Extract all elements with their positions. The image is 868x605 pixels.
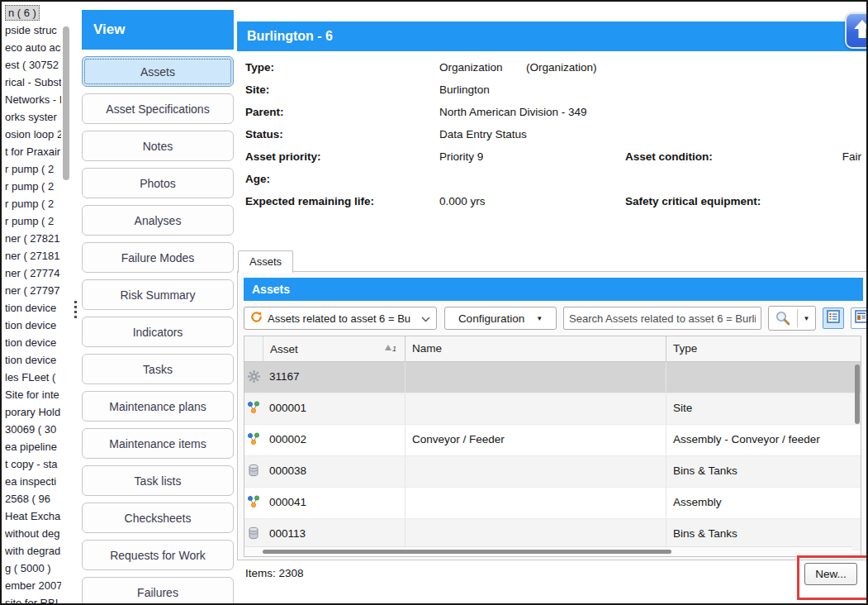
column-header-asset[interactable]: Asset 1	[263, 336, 405, 361]
tree-item[interactable]: porary Hold	[5, 403, 61, 421]
tree-item[interactable]: g ( 5000 )	[5, 560, 61, 577]
cell-type: Bins & Tanks	[666, 456, 854, 487]
sidebar-item-maintenance-plans[interactable]: Maintenance plans	[82, 391, 234, 422]
asset-tree-panel: n ( 6 ) pside struc eco auto ack est ( 3…	[5, 4, 61, 604]
tree-item[interactable]: tion device	[5, 334, 61, 351]
tree-item[interactable]: tion device	[5, 317, 61, 334]
view-sidebar: View Assets Asset Specifications Notes P…	[82, 10, 234, 605]
new-button[interactable]: New...	[804, 563, 857, 585]
go-up-button[interactable]	[845, 12, 868, 49]
tree-item[interactable]: Site for inte	[5, 386, 61, 403]
chevron-down-icon	[421, 312, 430, 325]
sidebar-item-task-lists[interactable]: Task lists	[82, 465, 234, 496]
tree-item[interactable]: r pump ( 2	[5, 160, 61, 178]
search-button[interactable]: ▼	[768, 306, 816, 331]
asset-details: Type: Organization (Organization) Site: …	[245, 56, 866, 212]
column-header-type[interactable]: Type	[666, 336, 854, 361]
tree-item[interactable]: ea pipeline	[5, 438, 61, 455]
grid-vertical-scrollbar[interactable]	[855, 364, 860, 424]
list-view-button[interactable]	[823, 307, 844, 329]
scrollbar-thumb[interactable]	[263, 550, 671, 554]
relation-dropdown[interactable]: Assets related to asset 6 = Bu	[244, 307, 437, 330]
tree-item-selected[interactable]: n ( 6 )	[5, 4, 61, 21]
tree-item[interactable]: tion device	[5, 299, 61, 317]
status-value: Data Entry Status	[439, 123, 527, 145]
table-row[interactable]: 000041 Assembly	[244, 488, 861, 519]
tree-item[interactable]: Networks - I	[5, 91, 61, 108]
sidebar-item-indicators[interactable]: Indicators	[82, 317, 234, 347]
grid-horizontal-scrollbar[interactable]	[244, 546, 852, 556]
sidebar-item-notes[interactable]: Notes	[82, 131, 234, 161]
tree-item[interactable]: r pump ( 2	[5, 212, 61, 230]
asset-priority-value: Priority 9	[439, 145, 483, 168]
grid-header: Asset 1 Name Type	[244, 336, 861, 362]
status-label: Status:	[245, 123, 283, 145]
cell-type: Site	[666, 393, 854, 424]
parent-label: Parent:	[245, 101, 284, 123]
tree-item[interactable]: 30069 ( 30	[5, 421, 61, 438]
tree-item[interactable]: ner ( 27774	[5, 264, 61, 282]
tree-item[interactable]: osion loop 2	[5, 126, 61, 143]
panel-splitter-grip[interactable]	[74, 301, 77, 321]
tree-item[interactable]: r pump ( 2	[5, 178, 61, 195]
tree-item[interactable]: ner ( 27797	[5, 282, 61, 299]
card-view-button[interactable]	[851, 307, 868, 329]
search-icon	[769, 310, 797, 326]
tree-item[interactable]: ner ( 27181	[5, 247, 61, 264]
list-view-icon	[827, 310, 840, 326]
tree-item[interactable]: pside struc	[5, 21, 61, 39]
tree-item[interactable]: orks syster	[5, 108, 61, 126]
tree-item[interactable]: tion device	[5, 351, 61, 369]
sidebar-item-failure-modes[interactable]: Failure Modes	[82, 242, 234, 273]
configuration-label: Configuration	[458, 312, 524, 325]
sidebar-item-maintenance-items[interactable]: Maintenance items	[82, 428, 234, 459]
table-row[interactable]: 000038 Bins & Tanks	[244, 456, 861, 488]
tree-item[interactable]: eco auto ack	[5, 39, 61, 56]
tree-item[interactable]: rical - Subst	[5, 74, 61, 91]
tree-scrollbar-thumb[interactable]	[63, 26, 69, 180]
sidebar-item-asset-specifications[interactable]: Asset Specifications	[82, 93, 234, 124]
sidebar-item-risk-summary[interactable]: Risk Summary	[82, 279, 234, 310]
search-input[interactable]	[563, 307, 761, 330]
tree-item[interactable]: 2568 ( 96	[5, 490, 61, 507]
tree-item[interactable]: ea inspecti	[5, 473, 61, 490]
tree-item[interactable]: without deg	[5, 525, 61, 542]
hierarchy-icon	[247, 432, 260, 448]
tree-item[interactable]: with degrad	[5, 542, 61, 560]
sort-ascending-icon: 1	[385, 345, 396, 353]
remaining-life-label: Expected remaining life:	[245, 190, 374, 212]
tree-item[interactable]: r pump ( 2	[5, 195, 61, 212]
table-row[interactable]: 000002 Conveyor / Feeder Assembly - Conv…	[244, 425, 861, 456]
search-options-arrow[interactable]: ▼	[798, 315, 815, 322]
sidebar-item-analyses[interactable]: Analyses	[82, 205, 234, 236]
configuration-button[interactable]: Configuration ▼	[444, 307, 557, 330]
cell-asset: 000113	[263, 519, 405, 550]
tab-assets[interactable]: Assets	[238, 250, 293, 273]
column-header-name[interactable]: Name	[405, 336, 666, 361]
tree-item[interactable]: t for Praxair	[5, 143, 61, 160]
sidebar-item-failures[interactable]: Failures	[82, 577, 234, 605]
tree-item[interactable]: ner ( 27821	[5, 230, 61, 247]
tree-item[interactable]: est ( 30752	[5, 56, 61, 74]
cell-type: Assembly	[666, 488, 854, 518]
sidebar-item-requests-for-work[interactable]: Requests for Work	[82, 540, 234, 570]
sidebar-item-tasks[interactable]: Tasks	[82, 354, 234, 384]
sidebar-item-assets[interactable]: Assets	[82, 56, 234, 87]
sidebar-item-checksheets[interactable]: Checksheets	[82, 503, 234, 533]
cell-name	[405, 362, 666, 393]
tree-item[interactable]: Heat Excha	[5, 507, 61, 525]
hierarchy-icon	[247, 401, 260, 417]
tree-item[interactable]: ember 2007	[5, 577, 61, 594]
cylinder-icon	[248, 526, 259, 542]
tree-item[interactable]: t copy - sta	[5, 455, 61, 473]
cell-asset: 31167	[263, 362, 405, 393]
sidebar-item-photos[interactable]: Photos	[82, 168, 234, 198]
type-value: Organization	[439, 56, 503, 79]
table-row[interactable]: 31167	[244, 362, 861, 393]
tree-item[interactable]: les FLeet (	[5, 369, 61, 386]
site-label: Site:	[245, 79, 269, 101]
cell-asset: 000002	[263, 425, 405, 455]
table-row[interactable]: 000001 Site	[244, 393, 861, 425]
parent-value: North American Division - 349	[439, 101, 587, 123]
tree-item[interactable]: site for RBI	[5, 594, 61, 604]
